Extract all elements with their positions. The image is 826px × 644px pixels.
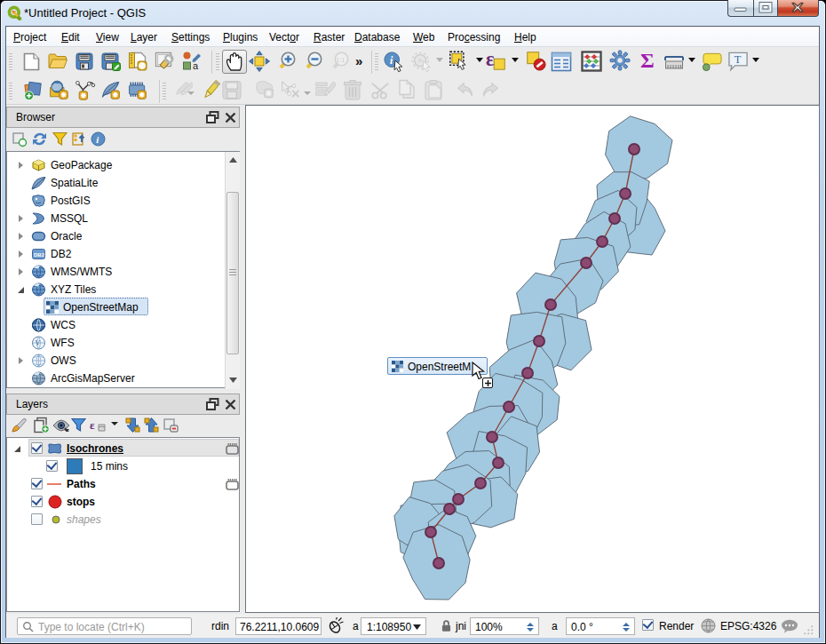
svg-text:a: a	[193, 60, 199, 71]
svg-text:ε: ε	[486, 49, 494, 70]
svg-text:T: T	[735, 53, 742, 66]
svg-text:1:1: 1:1	[337, 57, 345, 63]
svg-text:ε: ε	[90, 418, 95, 432]
svg-text:V: V	[36, 339, 41, 347]
svg-text:DB2: DB2	[34, 252, 45, 258]
